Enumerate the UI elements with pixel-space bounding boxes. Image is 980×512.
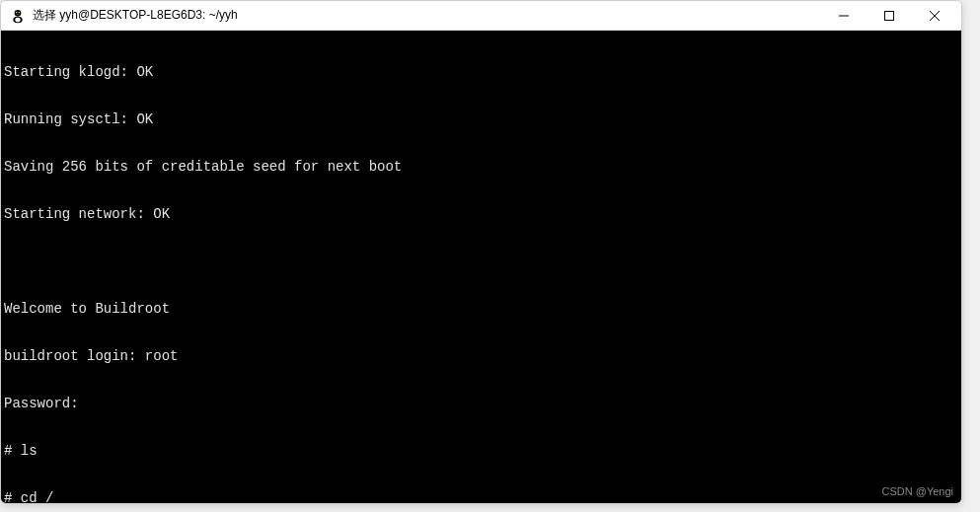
terminal-output[interactable]: Starting klogd: OK Running sysctl: OK Sa… — [1, 31, 961, 503]
output-line: buildroot login: root — [4, 348, 958, 364]
output-line: Password: — [4, 396, 958, 411]
close-button[interactable] — [912, 1, 957, 31]
maximize-button[interactable] — [867, 1, 912, 31]
penguin-icon — [9, 7, 27, 25]
watermark: CSDN @Yengi — [881, 483, 953, 499]
output-line: Saving 256 bits of creditable seed for n… — [4, 159, 958, 175]
output-line: Welcome to Buildroot — [4, 301, 958, 317]
svg-point-4 — [19, 12, 20, 13]
svg-point-0 — [15, 10, 22, 17]
output-line: # cd / — [4, 490, 958, 503]
output-line: Starting klogd: OK — [4, 64, 958, 80]
titlebar[interactable]: 选择 yyh@DESKTOP-L8EG6D3: ~/yyh — [1, 1, 961, 31]
minimize-button[interactable] — [821, 1, 867, 31]
terminal-window: 选择 yyh@DESKTOP-L8EG6D3: ~/yyh Starting k… — [0, 0, 962, 504]
svg-point-3 — [16, 12, 17, 13]
svg-point-2 — [15, 17, 20, 22]
output-line — [4, 254, 958, 269]
window-controls — [821, 1, 957, 31]
svg-rect-7 — [885, 11, 894, 20]
output-line: Running sysctl: OK — [4, 111, 958, 127]
output-line: # ls — [4, 443, 958, 459]
output-line: Starting network: OK — [4, 206, 958, 222]
window-title: 选择 yyh@DESKTOP-L8EG6D3: ~/yyh — [33, 7, 821, 24]
